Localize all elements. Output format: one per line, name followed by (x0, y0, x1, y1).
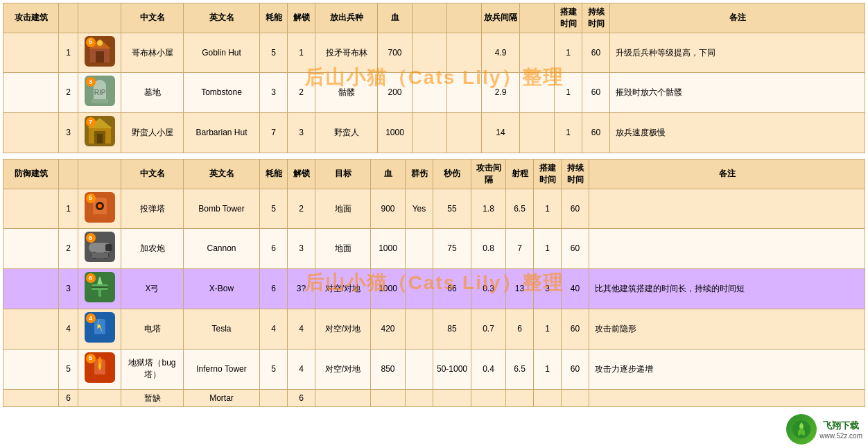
build-defense-2: 1 (534, 229, 562, 269)
header-troop-attack: 放出兵种 (315, 3, 378, 33)
unlock-attack-2: 2 (288, 73, 315, 113)
svg-text:RIP: RIP (94, 89, 105, 96)
icon-cell-defense-4: 4 (78, 309, 121, 349)
interval-attack-1: 4.9 (482, 33, 520, 73)
header-col8-attack (447, 3, 482, 33)
header-num-attack (59, 3, 78, 33)
dps-defense-5: 50-1000 (433, 349, 471, 389)
row-num-3: 3 (59, 113, 78, 153)
dps-defense-4: 85 (433, 309, 471, 349)
troop-attack-3: 野蛮人 (315, 113, 378, 153)
header-col10-attack (520, 3, 555, 33)
col10-attack-3 (520, 113, 555, 153)
attack-row-1: 1 5 哥布林小屋 Goblin Hut 5 1 投矛哥布林 700 4.9 1… (3, 33, 865, 73)
header-interval-attack: 放兵间隔 (482, 3, 520, 33)
icon-cell-attack-1: 5 (78, 33, 121, 73)
dps-defense-1: 55 (433, 189, 471, 229)
note-attack-2: 摧毁时放六个骷髅 (610, 73, 865, 113)
hp-defense-5: 850 (371, 349, 406, 389)
en-name-defense-2: Cannon (184, 229, 260, 269)
cn-name-attack-2: 墓地 (121, 73, 184, 113)
dps-defense-3: 66 (433, 269, 471, 309)
cost-attack-2: 3 (260, 73, 288, 113)
header-duration-defense: 持续时间 (562, 159, 589, 189)
header-cost-defense: 耗能 (260, 159, 288, 189)
unlock-defense-4: 4 (288, 309, 315, 349)
hp-defense-6 (371, 389, 406, 407)
range-defense-2: 7 (506, 229, 534, 269)
attack-table: 攻击建筑 中文名 英文名 耗能 解锁 放出兵种 血 放兵间隔 搭建时间 持续时间… (3, 3, 865, 153)
hp-attack-2: 200 (378, 73, 413, 113)
unlock-defense-1: 2 (288, 189, 315, 229)
icon-cell-attack-2: 3 RIP (78, 73, 121, 113)
svg-rect-36 (92, 374, 108, 380)
defense-type-cell (3, 269, 59, 309)
cn-name-defense-5: 地狱塔（bug塔） (121, 349, 184, 389)
build-attack-2: 1 (555, 73, 582, 113)
row-num-def-2: 2 (59, 229, 78, 269)
row-num-def-5: 5 (59, 349, 78, 389)
note-defense-2 (589, 229, 865, 269)
aoe-defense-1: Yes (406, 189, 433, 229)
defense-row-6: 6 暂缺 Mortar 6 (3, 389, 865, 407)
col10-attack-1 (520, 33, 555, 73)
header-num-defense (59, 159, 78, 189)
col8-attack-1 (447, 33, 482, 73)
header-note-defense: 各注 (589, 159, 865, 189)
target-defense-4: 对空/对地 (315, 309, 371, 349)
col7-attack-1 (413, 33, 447, 73)
note-attack-1: 升级后兵种等级提高，下同 (610, 33, 865, 73)
defense-section: 防御建筑 中文名 英文名 耗能 解锁 目标 血 群伤 秒伤 攻击间隔 射程 搭建… (3, 159, 865, 407)
en-name-attack-2: Tombstone (184, 73, 260, 113)
defense-type-cell (3, 189, 59, 229)
en-name-defense-3: X-Bow (184, 269, 260, 309)
header-defense-type: 防御建筑 (3, 159, 59, 189)
svg-rect-25 (92, 252, 108, 258)
troop-attack-1: 投矛哥布林 (315, 33, 378, 73)
en-name-defense-5: Inferno Tower (184, 349, 260, 389)
defense-row-3: 3 6 X弓 X-Bow 6 3? 对空/对地 1000 66 0.3 13 3… (3, 269, 865, 309)
duration-attack-3: 60 (582, 113, 610, 153)
target-defense-3: 对空/对地 (315, 269, 371, 309)
target-defense-1: 地面 (315, 189, 371, 229)
cn-name-attack-3: 野蛮人小屋 (121, 113, 184, 153)
cn-name-attack-1: 哥布林小屋 (121, 33, 184, 73)
col8-attack-2 (447, 73, 482, 113)
cost-defense-3: 6 (260, 269, 288, 309)
cn-name-defense-4: 电塔 (121, 309, 184, 349)
attack-type-cell (3, 113, 59, 153)
cn-name-defense-2: 加农炮 (121, 229, 184, 269)
cn-name-defense-6: 暂缺 (121, 389, 184, 407)
icon-cell-defense-1: 5 (78, 189, 121, 229)
icon-cell-defense-3: 6 (78, 269, 121, 309)
defense-type-cell (3, 389, 59, 407)
cost-defense-4: 4 (260, 309, 288, 349)
unlock-defense-6: 6 (288, 389, 315, 407)
row-num-def-4: 4 (59, 309, 78, 349)
svg-point-4 (97, 40, 103, 46)
build-attack-3: 1 (555, 113, 582, 153)
icon-cell-defense-5: 5 (78, 349, 121, 389)
header-interval-defense: 攻击间隔 (471, 159, 506, 189)
interval-defense-3: 0.3 (471, 269, 506, 309)
svg-rect-14 (97, 134, 103, 144)
header-range-defense: 射程 (506, 159, 534, 189)
unlock-attack-3: 3 (288, 113, 315, 153)
header-en-name-defense: 英文名 (184, 159, 260, 189)
build-defense-5: 1 (534, 349, 562, 389)
cost-defense-2: 6 (260, 229, 288, 269)
header-cn-name-defense: 中文名 (121, 159, 184, 189)
icon-cell-attack-3: 7 (78, 113, 121, 153)
header-hp-defense: 血 (371, 159, 406, 189)
unlock-defense-5: 4 (288, 349, 315, 389)
interval-defense-5: 0.4 (471, 349, 506, 389)
target-defense-5: 对空/对地 (315, 349, 371, 389)
icon-cell-defense-6 (78, 389, 121, 407)
range-defense-3: 13 (506, 269, 534, 309)
en-name-defense-1: Bomb Tower (184, 189, 260, 229)
defense-row-1: 1 5 投弹塔 Bomb Tower 5 2 地面 900 Yes 55 1.8… (3, 189, 865, 229)
en-name-defense-4: Tesla (184, 309, 260, 349)
svg-rect-8 (92, 99, 108, 103)
svg-rect-22 (105, 244, 112, 251)
hp-defense-3: 1000 (371, 269, 406, 309)
